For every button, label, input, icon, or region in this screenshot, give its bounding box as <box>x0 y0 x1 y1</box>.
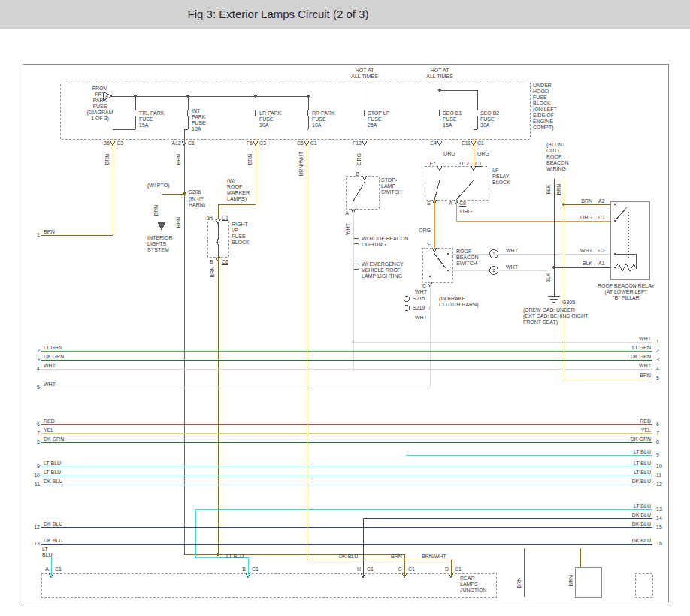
row-color-left-13: DK BLU <box>44 538 62 544</box>
row-color-right-9: LT BLU <box>634 449 651 455</box>
roof-beacon-switch-label: ROOF BEACON SWITCH <box>456 249 479 267</box>
circuit-number-right-6: 6 <box>656 421 659 427</box>
interior-lights-system-label: INTERIOR LIGHTS SYSTEM <box>147 235 172 253</box>
circuit-number-right-12: 12 <box>656 482 662 488</box>
underhood-fuse-block-label: UNDER- HOOD FUSE BLOCK (ON LEFT SIDE OF … <box>533 83 557 131</box>
roof-marker-lamps-option-label: (W/ ROOF MARKER LAMPS) <box>227 178 250 202</box>
option-label-emergency-vehicle: W/ EMERGENCY VEHICLE ROOF LAMP LIGHTING <box>362 261 404 279</box>
wire-color-label-brn: BRN <box>153 205 159 216</box>
row-color-right-2: LT GRN <box>632 345 651 351</box>
connector-label-c1-6: C1 <box>55 566 62 572</box>
pin-label-f7: F7 <box>430 161 436 167</box>
wire-color-label-wht: WHT <box>580 248 592 254</box>
terminal-label-c2: C2 <box>598 248 605 254</box>
terminal-label-c1: C1 <box>598 215 605 221</box>
connector-label-c1-8: C1 <box>367 566 374 572</box>
lr-park-fuse-label: LR PARK FUSE 10A <box>259 110 281 128</box>
wire-color-label-blk: BLK <box>546 184 552 194</box>
dk-grn-wires <box>41 360 652 442</box>
circuit-number-left-4: 4 <box>37 366 40 372</box>
circuit-number-right-11: 11 <box>656 473 661 479</box>
hot-at-all-times-label-2: HOT AT ALL TIMES <box>426 68 452 80</box>
wire-color-label-org: ORG <box>356 153 362 165</box>
row-color-left-11: DK BLU <box>44 479 62 485</box>
row-color-left-10: LT BLU <box>44 470 61 476</box>
trl-park-fuse-label: TRL PARK FUSE 15A <box>139 110 164 128</box>
circuit-number-right-7: 7 <box>656 430 659 436</box>
pin-label-6b: 6B <box>206 215 213 221</box>
circled-number-1: 1 <box>492 251 495 257</box>
splice-location-label: (IN BRAKE CLUTCH HARN) <box>439 296 479 308</box>
row-color-right-1: WHT <box>639 336 651 342</box>
hot-at-all-times-label-1: HOT AT ALL TIMES <box>351 68 377 80</box>
wire-color-label-brn: BRN <box>176 217 182 228</box>
row-color-left-4: WHT <box>44 363 56 369</box>
circuit-number-right-16: 16 <box>656 541 662 547</box>
pin-label-b2: B <box>242 566 246 572</box>
row-color-left-2: LT GRN <box>44 345 62 351</box>
circuit-number-left-7: 7 <box>37 430 40 436</box>
ground-location-label: (CREW CAB: UNDER (EXT CAB: BEHIND RIGHT … <box>523 307 588 325</box>
connector-label-c3-2: C3 <box>259 140 266 146</box>
option-label-roof-beacon-lighting: W/ ROOF BEACON LIGHTING <box>362 236 408 248</box>
circuit-number-right-14: 14 <box>656 515 662 521</box>
row-color-right-11: LT BLU <box>634 470 651 476</box>
wiring-diagram-page: Fig 3: Exterior Lamps Circuit (2 of 3) <box>0 0 690 616</box>
row-color-left-7: YEL <box>44 427 53 433</box>
circuit-number-left-3: 3 <box>37 357 40 363</box>
circuit-number-left-10: 10 <box>34 473 40 479</box>
pin-label-d: D <box>445 566 449 572</box>
wire-color-label-dk-blu: DK BLU <box>339 554 358 560</box>
connector-label-c1-9: C1 <box>408 566 415 572</box>
wire-color-label-blk: BLK <box>546 273 552 282</box>
w-pto-option-label: (W/ PTO) <box>147 183 169 189</box>
pin-label-f12: F12 <box>353 140 362 146</box>
connector-label-c1: C1 <box>188 140 195 146</box>
bottom-right-component-outline <box>575 567 601 597</box>
interior-lights-arrow <box>158 222 165 230</box>
terminal-label-a: A <box>345 210 349 216</box>
wire-color-label-org: ORG <box>477 151 489 157</box>
blunt-cut-roof-beacon-wiring-label: (BLUNT CUT) ROOF BEACON WIRING <box>546 142 569 172</box>
splice-label-s206: S206 <box>189 189 201 195</box>
wire-color-label-brn-wht: BRN/WHT <box>298 152 304 177</box>
circuit-number-left-6: 6 <box>37 421 40 427</box>
circuit-number-left-11: 11 <box>35 482 40 488</box>
connector-label-c1-4: C1 <box>222 215 228 221</box>
wire-color-label-lt-blu: LT BLU <box>42 546 53 558</box>
circuit-number-left-8: 8 <box>37 439 40 445</box>
pin-label-a12: A12 <box>172 140 181 146</box>
wire-color-label-org: ORG <box>580 215 592 221</box>
pin-label-g: G <box>398 566 402 572</box>
wire-color-label-wht: WHT <box>506 248 518 254</box>
pin-label-f6: F6 <box>247 140 253 146</box>
right-ip-fuse-block-label: RIGHT I/P FUSE BLOCK <box>232 222 250 246</box>
stop-lamp-switch-outline <box>346 176 379 209</box>
connector-label-c1-3: C1 <box>477 140 484 146</box>
splice-label-s219: S219 <box>413 305 425 311</box>
row-color-left-5: WHT <box>44 382 56 388</box>
row-color-left-3: DK GRN <box>44 354 64 360</box>
circuit-number-right-1: 1 <box>656 339 659 345</box>
connector-label-c6: C6 <box>222 259 228 265</box>
pin-label-b: B <box>210 259 213 265</box>
wire-color-label-brn: BRN <box>568 575 574 587</box>
connector-label-c1-2: C1 <box>310 140 317 146</box>
from-frt-park-fuse-label: FROM FRT PARK FUSE (DIAGRAM 1 OF 3) <box>87 86 113 122</box>
connector-label-c1-5: C1 <box>475 161 482 167</box>
row-color-right-12: DK BLU <box>632 479 651 485</box>
int-park-fuse-label: INT PARK FUSE 10A <box>192 108 206 132</box>
ground-label-g305: G305 <box>562 300 575 306</box>
circuit-number-left-9: 9 <box>37 464 40 470</box>
wht-wires <box>41 209 652 388</box>
seo-b2-fuse-label: SEO B2 FUSE 30A <box>480 110 499 128</box>
wire-color-label-org: ORG <box>460 209 472 215</box>
wire-color-label-wht: WHT <box>415 315 427 321</box>
circuit-number-left-13: 13 <box>34 541 40 547</box>
arrow-a-label: A <box>105 93 108 99</box>
wire-color-label-brn: BRN <box>391 554 402 560</box>
clipped-component-outline <box>635 573 652 597</box>
wire-color-label-brn: BRN <box>104 154 110 165</box>
roof-beacon-relay-outline <box>610 201 649 279</box>
pin-label-b6: B6 <box>103 140 110 146</box>
